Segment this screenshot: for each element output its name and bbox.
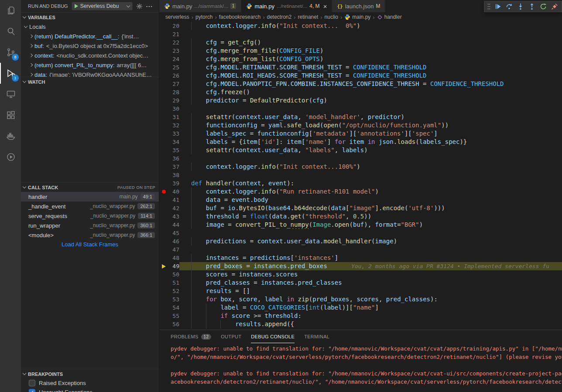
line-number[interactable]: 44 (168, 221, 179, 229)
more-actions-icon[interactable]: ··· (146, 3, 153, 10)
debug-restart-button[interactable] (538, 1, 549, 12)
gutter-glyph-margin[interactable] (159, 279, 168, 287)
activity-item-run-and-debug[interactable]: 1 (0, 63, 21, 84)
code-text[interactable]: results.append({ (179, 320, 562, 328)
panel-tab-problems[interactable]: PROBLEMS12 (171, 330, 211, 343)
line-number[interactable]: 55 (168, 312, 179, 320)
debug-step-into-button[interactable] (515, 1, 526, 12)
line-number[interactable]: 29 (168, 96, 179, 105)
code-text[interactable] (179, 245, 562, 254)
gutter-glyph-margin[interactable] (159, 163, 168, 171)
editor-tab[interactable]: main.py.../retinanet/...4, M× (241, 0, 332, 12)
breakpoint-item[interactable]: ✓Uncaught Exceptions (21, 388, 159, 392)
line-number[interactable]: 37 (168, 163, 179, 171)
activity-item-test-explorer[interactable] (0, 147, 21, 167)
line-number[interactable]: 46 (168, 237, 179, 245)
gutter-glyph-margin[interactable] (159, 212, 168, 221)
code-text[interactable]: results = [] (179, 287, 562, 295)
stack-frame[interactable]: _handle_event_nuclio_wrapper.py262:1 (21, 201, 159, 211)
gutter-glyph-margin[interactable] (159, 262, 168, 270)
code-text[interactable]: cfg.merge_from_file(CONFIG_FILE) (179, 47, 562, 55)
code-text[interactable]: buf = io.BytesIO(base64.b64decode(data["… (179, 204, 562, 212)
checkbox[interactable] (29, 380, 35, 386)
stack-frame[interactable]: serve_requests_nuclio_wrapper.py114:1 (21, 211, 159, 221)
line-number[interactable]: 39 (168, 179, 179, 187)
breadcrumb-item[interactable]: detectron2 (267, 14, 291, 20)
code-text[interactable]: if score >= threshold: (179, 312, 562, 320)
gutter-glyph-margin[interactable] (159, 113, 168, 121)
line-number[interactable]: 27 (168, 80, 179, 88)
line-number[interactable]: 42 (168, 204, 179, 212)
close-icon[interactable]: × (323, 3, 327, 10)
code-editor[interactable]: 20 context.logger.info("Init context... … (159, 22, 562, 330)
gutter-glyph-margin[interactable] (159, 196, 168, 204)
start-debugging-icon[interactable] (75, 4, 78, 8)
code-text[interactable]: cfg.freeze() (179, 88, 562, 96)
code-text[interactable] (179, 105, 562, 113)
gutter-glyph-margin[interactable] (159, 229, 168, 237)
code-text[interactable]: predictor = DefaultPredictor(cfg) (179, 96, 562, 105)
stack-frame[interactable]: handlermain.py49:1 (21, 192, 159, 201)
code-text[interactable]: pred_boxes = instances.pred_boxesYou, 2 … (179, 262, 562, 270)
line-number[interactable]: 38 (168, 171, 179, 179)
panel-tab-output[interactable]: OUTPUT (221, 330, 241, 343)
code-text[interactable]: for box, score, label in zip(pred_boxes,… (179, 295, 562, 303)
variable-item[interactable]: context: <nuclio_sdk.context.Context obj… (21, 51, 159, 60)
code-text[interactable]: pred_classes = instances.pred_classes (179, 279, 562, 287)
gutter-glyph-margin[interactable] (159, 63, 168, 72)
line-number[interactable]: 26 (168, 72, 179, 80)
gutter-glyph-margin[interactable] (159, 295, 168, 303)
debug-disconnect-button[interactable] (549, 1, 560, 12)
gutter-glyph-margin[interactable] (159, 287, 168, 295)
line-number[interactable]: 52 (168, 287, 179, 295)
line-number[interactable]: 31 (168, 113, 179, 121)
debug-console-output[interactable]: pydev debugger: unable to find translati… (159, 343, 562, 392)
variable-item[interactable]: (return) DefaultPredictor.__call__: {'in… (21, 31, 159, 41)
line-number[interactable]: 22 (168, 38, 179, 47)
code-text[interactable] (179, 30, 562, 38)
gutter-glyph-margin[interactable] (159, 320, 168, 328)
breadcrumb-item[interactable]: main.py (344, 14, 370, 20)
code-text[interactable]: context.logger.info("Init context...100%… (179, 163, 562, 171)
panel-tab-debug-console[interactable]: DEBUG CONSOLE (251, 330, 295, 343)
editor-tab[interactable]: main.py.../siammask/...1 (159, 0, 241, 12)
call-stack-section-header[interactable]: CALL STACK PAUSED ON STEP (21, 182, 159, 192)
gutter-glyph-margin[interactable] (159, 254, 168, 262)
gutter-glyph-margin[interactable] (159, 171, 168, 179)
debug-continue-button[interactable] (492, 1, 504, 12)
line-number[interactable]: 48 (168, 254, 179, 262)
stack-frame[interactable]: <module>_nuclio_wrapper.py366:1 (21, 230, 159, 240)
panel-tab-terminal[interactable]: TERMINAL (304, 330, 329, 343)
line-number[interactable]: 53 (168, 295, 179, 303)
activity-item-source-control[interactable]: 8 (0, 42, 21, 63)
activity-item-docker[interactable] (0, 126, 21, 147)
activity-item-extensions[interactable] (0, 105, 21, 126)
debug-step-over-button[interactable] (504, 1, 515, 12)
line-number[interactable]: 20 (168, 22, 179, 30)
activity-item-search[interactable] (0, 21, 21, 42)
gear-icon[interactable] (136, 3, 143, 10)
code-text[interactable]: data = event.body (179, 196, 562, 204)
drag-grip-icon[interactable] (486, 3, 492, 10)
line-number[interactable]: 41 (168, 196, 179, 204)
code-text[interactable] (179, 229, 562, 237)
gutter-glyph-margin[interactable] (159, 312, 168, 320)
line-number[interactable]: 47 (168, 245, 179, 254)
scope-locals[interactable]: Locals (21, 22, 159, 31)
code-text[interactable] (179, 154, 562, 163)
variables-section-header[interactable]: VARIABLES (21, 12, 159, 22)
gutter-glyph-margin[interactable] (159, 270, 168, 279)
code-text[interactable] (179, 171, 562, 179)
line-number[interactable]: 35 (168, 146, 179, 154)
code-text[interactable]: cfg = get_cfg() (179, 38, 562, 47)
code-text[interactable]: threshold = float(data.get("threshold", … (179, 212, 562, 221)
gutter-glyph-margin[interactable] (159, 47, 168, 55)
gutter-glyph-margin[interactable] (159, 221, 168, 229)
gutter-glyph-margin[interactable] (159, 245, 168, 254)
gutter-glyph-margin[interactable] (159, 179, 168, 187)
breadcrumb-item[interactable]: pytorch (195, 14, 212, 20)
activity-item-explorer[interactable] (0, 0, 21, 21)
code-text[interactable]: cfg.MODEL.RETINANET.SCORE_THRESH_TEST = … (179, 63, 562, 72)
gutter-glyph-margin[interactable] (159, 146, 168, 154)
line-number[interactable]: 50 (168, 270, 179, 279)
